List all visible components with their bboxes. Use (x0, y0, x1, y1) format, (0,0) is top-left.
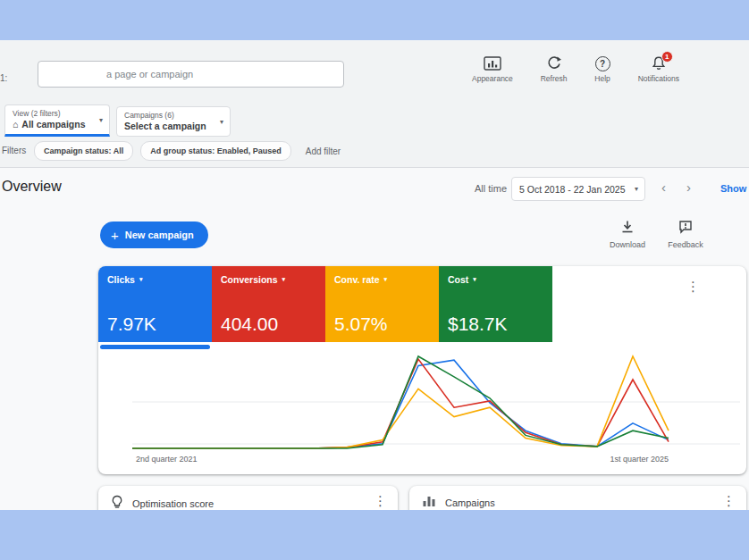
x-axis-label-start: 2nd quarter 2021 (136, 455, 198, 464)
metric-value: 7.97K (107, 313, 156, 335)
card-menu-kebab-icon[interactable]: ⋮ (722, 493, 736, 509)
view-selector-value: All campaigns (21, 119, 85, 130)
metric-label: Conversions (221, 274, 278, 285)
card-menu-kebab-icon[interactable]: ⋮ (686, 279, 700, 295)
toolbar-actions: Appearance Refresh ? Help 1 (472, 55, 679, 83)
refresh-button[interactable]: Refresh (541, 55, 568, 83)
caret-down-icon: ▾ (635, 185, 638, 193)
download-label: Download (610, 240, 645, 249)
card-title: Optimisation score (132, 498, 214, 509)
refresh-label: Refresh (541, 74, 568, 83)
card-menu-kebab-icon[interactable]: ⋮ (374, 493, 387, 509)
plus-icon: + (111, 228, 119, 243)
notification-badge: 1 (661, 51, 673, 63)
bar-chart-icon (422, 495, 436, 511)
clipped-left-text: 1: (0, 73, 7, 83)
caret-down-icon: ▾ (282, 276, 286, 283)
help-label: Help (594, 74, 610, 83)
feedback-button[interactable]: Feedback (662, 220, 709, 249)
feedback-label: Feedback (668, 240, 703, 249)
campaign-selector-caption: Campaigns (6) (117, 107, 230, 120)
bottom-banner (0, 510, 749, 560)
date-range-value: 5 Oct 2018 - 22 Jan 2025 (512, 184, 626, 195)
feedback-icon (678, 220, 693, 238)
google-ads-overview-page: 1: Appearance Refresh (0, 0, 749, 560)
home-icon: ⌂ (13, 119, 18, 130)
previous-period-chevron-icon[interactable]: ‹ (661, 180, 666, 195)
caret-down-icon: ▾ (384, 276, 388, 283)
help-button[interactable]: ? Help (594, 55, 610, 83)
metric-value: 5.07% (334, 313, 388, 335)
appearance-icon (484, 55, 501, 71)
new-campaign-button[interactable]: + New campaign (100, 221, 208, 248)
card-title: Campaigns (445, 497, 495, 508)
date-range-caption: All time (475, 183, 507, 194)
metric-tile-conversions[interactable]: Conversions ▾ 404.00 (212, 266, 325, 342)
filter-chip-campaign-status[interactable]: Campaign status: All (34, 141, 133, 161)
overview-summary-card: Clicks ▾ 7.97K Conversions ▾ 404.00 Conv… (98, 266, 746, 474)
appearance-button[interactable]: Appearance (472, 55, 513, 83)
x-axis-label-end: 1st quarter 2025 (561, 455, 669, 464)
download-button[interactable]: Download (604, 220, 651, 249)
caret-down-icon: ▾ (473, 276, 476, 283)
next-period-chevron-icon[interactable]: › (686, 180, 691, 195)
caret-down-icon: ▾ (99, 116, 103, 124)
new-campaign-label: New campaign (125, 230, 194, 240)
metric-label: Clicks (107, 274, 135, 285)
filter-chip-ad-group-status[interactable]: Ad group status: Enabled, Paused (140, 141, 291, 161)
metric-label: Cost (448, 274, 468, 285)
section-divider (0, 167, 749, 168)
metric-tile-clicks[interactable]: Clicks ▾ 7.97K (98, 266, 212, 342)
active-metric-indicator (100, 345, 210, 349)
download-icon (620, 220, 635, 238)
metric-tiles: Clicks ▾ 7.97K Conversions ▾ 404.00 Conv… (98, 266, 552, 342)
refresh-icon (546, 55, 562, 71)
caret-down-icon: ▾ (220, 118, 223, 126)
view-selector-caption: View (2 filters) (5, 105, 109, 118)
page-title: Overview (2, 179, 62, 195)
notifications-label: Notifications (638, 74, 679, 83)
trend-chart (132, 351, 740, 451)
campaign-selector[interactable]: Campaigns (6) Select a campaign ▾ (116, 106, 231, 137)
view-selector[interactable]: View (2 filters) ⌂ All campaigns ▾ (4, 104, 110, 137)
metric-tile-cost[interactable]: Cost ▾ $18.7K (439, 266, 552, 342)
filter-chips-row: Campaign status: All Ad group status: En… (34, 141, 341, 161)
caret-down-icon: ▾ (139, 276, 143, 283)
campaign-selector-value: Select a campaign (124, 121, 206, 131)
metric-label: Conv. rate (334, 274, 380, 285)
series-clicks (132, 360, 669, 448)
show-last-link[interactable]: Show las (720, 183, 749, 194)
notifications-button[interactable]: 1 Notifications (638, 55, 679, 83)
top-banner (0, 0, 749, 40)
filters-label: Filters (2, 146, 26, 155)
appearance-label: Appearance (472, 74, 513, 83)
metric-value: $18.7K (448, 313, 508, 335)
date-range-selector[interactable]: 5 Oct 2018 - 22 Jan 2025 ▾ (511, 177, 645, 201)
add-filter-button[interactable]: Add filter (306, 146, 341, 156)
search-input[interactable] (38, 61, 344, 88)
help-icon: ? (595, 55, 610, 71)
metric-tile-conv-rate[interactable]: Conv. rate ▾ 5.07% (325, 266, 439, 342)
notifications-icon: 1 (651, 55, 667, 71)
metric-value: 404.00 (221, 313, 278, 335)
